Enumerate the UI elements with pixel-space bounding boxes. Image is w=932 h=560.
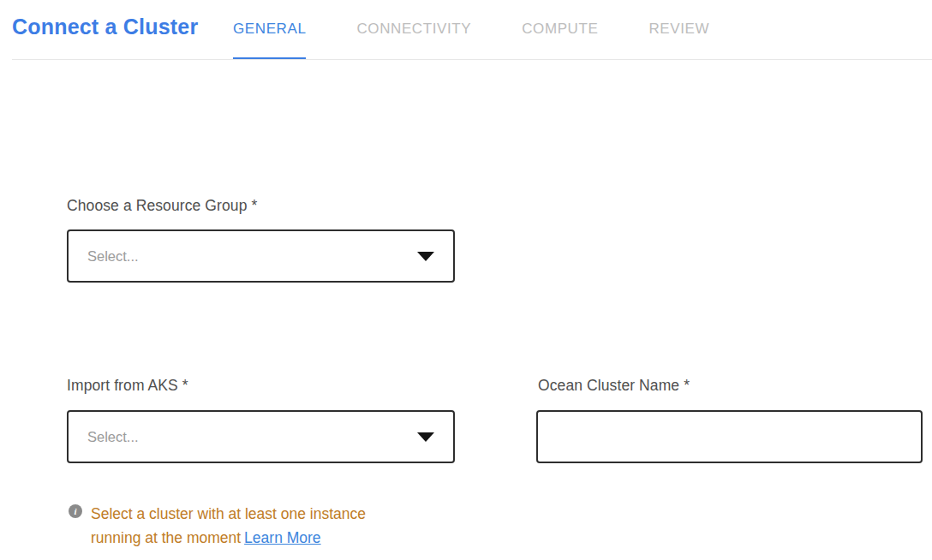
learn-more-link[interactable]: Learn More xyxy=(244,529,321,546)
note-body: Select a cluster with at least one insta… xyxy=(91,502,409,550)
wizard-header: Connect a Cluster GENERAL CONNECTIVITY C… xyxy=(0,0,932,60)
note-text: Select a cluster with at least one insta… xyxy=(91,505,366,546)
resource-group-placeholder: Select... xyxy=(87,248,139,265)
tab-general[interactable]: GENERAL xyxy=(233,0,306,60)
resource-group-select[interactable]: Select... xyxy=(67,229,455,283)
tab-connectivity-label: CONNECTIVITY xyxy=(356,21,471,38)
wizard-step-tabs: GENERAL CONNECTIVITY COMPUTE REVIEW xyxy=(233,0,760,60)
page-title: Connect a Cluster xyxy=(12,15,198,39)
tab-compute[interactable]: COMPUTE xyxy=(522,0,598,60)
tab-review-label: REVIEW xyxy=(648,21,709,38)
resource-group-label: Choose a Resource Group * xyxy=(67,197,257,215)
chevron-down-icon xyxy=(417,432,434,442)
info-icon: i xyxy=(69,504,82,518)
connect-cluster-wizard: Connect a Cluster GENERAL CONNECTIVITY C… xyxy=(0,0,932,560)
tab-general-label: GENERAL xyxy=(233,21,306,38)
cluster-name-input[interactable] xyxy=(536,410,923,463)
import-aks-placeholder: Select... xyxy=(87,429,139,445)
tab-connectivity[interactable]: CONNECTIVITY xyxy=(356,0,471,60)
import-aks-select[interactable]: Select... xyxy=(67,410,455,463)
cluster-instance-note: i Select a cluster with at least one ins… xyxy=(69,502,409,550)
cluster-name-label: Ocean Cluster Name * xyxy=(538,377,690,395)
tab-review[interactable]: REVIEW xyxy=(648,0,709,60)
chevron-down-icon xyxy=(417,252,434,261)
import-aks-label: Import from AKS * xyxy=(67,377,188,395)
header-divider xyxy=(12,59,932,60)
tab-compute-label: COMPUTE xyxy=(522,21,598,38)
